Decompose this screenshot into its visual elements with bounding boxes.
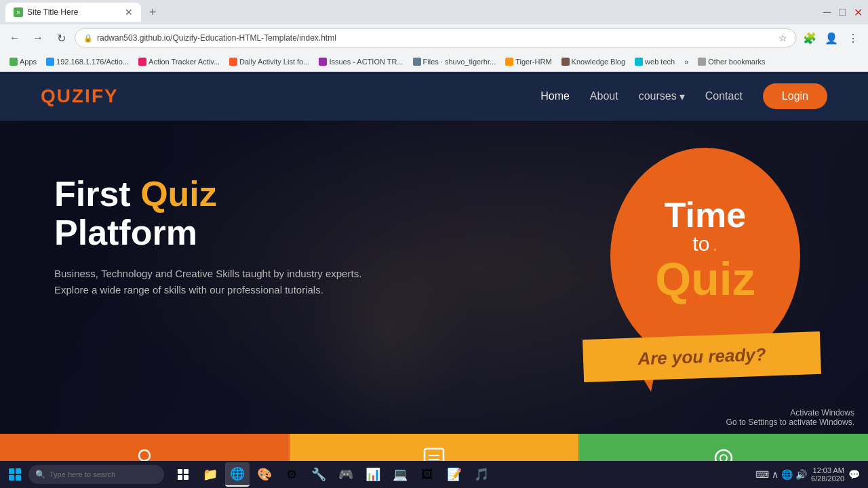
hero-section: First QuizPlatform Business, Technology … — [0, 121, 868, 488]
taskbar-app-2[interactable]: ⚙ — [279, 462, 304, 487]
bookmark-daily-activity[interactable]: Daily Activity List fo... — [225, 56, 313, 67]
forward-button[interactable]: → — [28, 28, 47, 47]
back-button[interactable]: ← — [5, 28, 24, 47]
minimize-button[interactable]: ─ — [823, 6, 831, 19]
browser-tab[interactable]: S Site Title Here ✕ — [5, 3, 141, 22]
taskbar-icon-group: 📁 🌐 🎨 ⚙ 🔧 🎮 📊 💻 🖼 📝 🎵 — [171, 462, 494, 487]
site-nav-links: Home About courses ▾ Contact Login — [540, 83, 827, 109]
address-text: radwan503.github.io/Quizify-Education-HT… — [97, 33, 336, 43]
bookmark-action-tracker[interactable]: Action Tracker Activ... — [134, 56, 224, 67]
start-button[interactable] — [3, 462, 27, 487]
bookmark-favicon — [138, 58, 146, 66]
taskbar-search-box[interactable]: 🔍 — [28, 465, 164, 484]
bookmark-knowledge-blog[interactable]: Knowledge Blog — [557, 56, 630, 67]
dropdown-arrow-icon: ▾ — [679, 90, 685, 103]
svg-rect-9 — [178, 475, 182, 480]
bookmark-other[interactable]: Other bookmarks — [694, 56, 769, 67]
hero-content: First QuizPlatform Business, Technology … — [0, 121, 868, 488]
bookmark-favicon — [319, 58, 327, 66]
taskbar-app-5[interactable]: 📊 — [361, 462, 385, 487]
tray-volume-icon[interactable]: 🔊 — [795, 469, 807, 480]
tray-notification-icon[interactable]: 💬 — [848, 469, 860, 480]
nav-home[interactable]: Home — [540, 90, 570, 102]
bookmark-favicon — [505, 58, 513, 66]
hero-text: First QuizPlatform Business, Technology … — [54, 161, 583, 298]
bookmark-favicon — [46, 58, 54, 66]
bookmark-more[interactable]: » — [680, 56, 692, 67]
bookmark-favicon — [561, 58, 570, 66]
title-highlight: Quiz — [140, 174, 217, 214]
tray-keyboard-icon[interactable]: ⌨ — [755, 469, 769, 480]
taskbar-search-input[interactable] — [50, 470, 144, 479]
extensions-button[interactable]: 🧩 — [800, 28, 819, 47]
window-controls: ─ □ ✕ — [823, 6, 863, 19]
ready-banner: Are you ready? — [583, 331, 821, 382]
bookmark-favicon — [9, 58, 18, 66]
taskbar-app-1[interactable]: 🎨 — [252, 462, 277, 487]
activate-windows-notice: Activate Windows Go to Settings to activ… — [726, 408, 854, 427]
bubble-quiz-text: Quiz — [655, 256, 755, 302]
tray-chevron-icon[interactable]: ∧ — [772, 469, 778, 480]
login-button[interactable]: Login — [763, 83, 827, 109]
bubble-time-text: Time — [665, 197, 746, 232]
address-bar[interactable]: 🔒 radwan503.github.io/Quizify-Education-… — [75, 28, 796, 47]
taskbar-app-6[interactable]: 💻 — [388, 462, 412, 487]
svg-rect-8 — [184, 469, 189, 474]
hero-graphic: Time to . Quiz Are you ready? — [583, 148, 814, 405]
taskbar-right-area: ⌨ ∧ 🌐 🔊 12:03 AM 6/28/2020 💬 — [755, 466, 865, 483]
bookmark-favicon — [698, 58, 706, 66]
bookmark-issues[interactable]: Issues - ACTION TR... — [315, 56, 407, 67]
taskbar-file-explorer[interactable]: 📁 — [198, 462, 222, 487]
browser-chrome: S Site Title Here ✕ + ─ □ ✕ ← → ↻ 🔒 radw… — [0, 0, 868, 72]
bookmark-favicon — [229, 58, 237, 66]
tab-favicon: S — [14, 7, 23, 17]
site-navbar: QUZIFY Home About courses ▾ Contact Logi… — [0, 72, 868, 121]
nav-about[interactable]: About — [590, 90, 618, 102]
tab-title: Site Title Here — [27, 7, 78, 17]
bookmark-favicon — [413, 58, 421, 66]
nav-courses[interactable]: courses ▾ — [639, 90, 685, 103]
bubble-dot: . — [712, 232, 717, 256]
new-tab-button[interactable]: + — [146, 5, 159, 20]
nav-contact[interactable]: Contact — [705, 90, 743, 102]
taskbar-app-3[interactable]: 🔧 — [307, 462, 331, 487]
hero-subtitle: Business, Technology and Creative Skills… — [54, 266, 380, 298]
taskbar-app-7[interactable]: 🖼 — [415, 462, 439, 487]
maximize-button[interactable]: □ — [839, 6, 846, 19]
hero-title: First QuizPlatform — [54, 175, 583, 252]
svg-rect-7 — [178, 469, 182, 474]
title-bar: S Site Title Here ✕ + ─ □ ✕ — [0, 0, 868, 24]
taskbar-app-8[interactable]: 📝 — [442, 462, 467, 487]
bookmark-tiger-hrm[interactable]: Tiger-HRM — [501, 56, 555, 67]
ready-text: Are you ready? — [637, 344, 766, 369]
bookmark-192[interactable]: 192.168.1.176/Actio... — [42, 56, 133, 67]
bookmarks-bar: Apps 192.168.1.176/Actio... Action Track… — [0, 52, 868, 72]
windows-logo — [9, 468, 21, 481]
taskbar-clock[interactable]: 12:03 AM 6/28/2020 — [811, 466, 844, 483]
browser-navbar: ← → ↻ 🔒 radwan503.github.io/Quizify-Educ… — [0, 24, 868, 52]
bookmark-web-tech[interactable]: web tech — [631, 56, 679, 67]
taskbar-task-view[interactable] — [171, 462, 195, 487]
nav-actions: 🧩 👤 ⋮ — [800, 28, 863, 47]
taskbar-app-4[interactable]: 🎮 — [334, 462, 358, 487]
bubble-to-text: to — [692, 234, 709, 254]
taskbar-chrome[interactable]: 🌐 — [225, 462, 250, 487]
taskbar-app-9[interactable]: 🎵 — [469, 462, 494, 487]
speech-bubble: Time to . Quiz — [610, 148, 800, 365]
taskbar: 🔍 📁 🌐 🎨 ⚙ 🔧 🎮 📊 💻 🖼 📝 🎵 ⌨ ∧ 🌐 🔊 12:03 AM… — [0, 461, 868, 488]
site-logo: QUZIFY — [41, 85, 119, 107]
website-content: QUZIFY Home About courses ▾ Contact Logi… — [0, 72, 868, 488]
menu-button[interactable]: ⋮ — [844, 28, 863, 47]
bookmark-files[interactable]: Files · shuvo_tigerhr... — [409, 56, 500, 67]
bookmark-apps[interactable]: Apps — [5, 56, 41, 67]
refresh-button[interactable]: ↻ — [52, 28, 71, 47]
taskbar-tray: ⌨ ∧ 🌐 🔊 — [755, 469, 807, 480]
bookmark-star[interactable]: ☆ — [778, 33, 787, 43]
svg-rect-10 — [184, 475, 189, 480]
tray-network-icon[interactable]: 🌐 — [781, 469, 793, 480]
search-icon: 🔍 — [35, 470, 45, 479]
bookmark-favicon — [635, 58, 643, 66]
profile-button[interactable]: 👤 — [822, 28, 841, 47]
tab-close-button[interactable]: ✕ — [125, 7, 133, 18]
close-button[interactable]: ✕ — [854, 6, 863, 19]
